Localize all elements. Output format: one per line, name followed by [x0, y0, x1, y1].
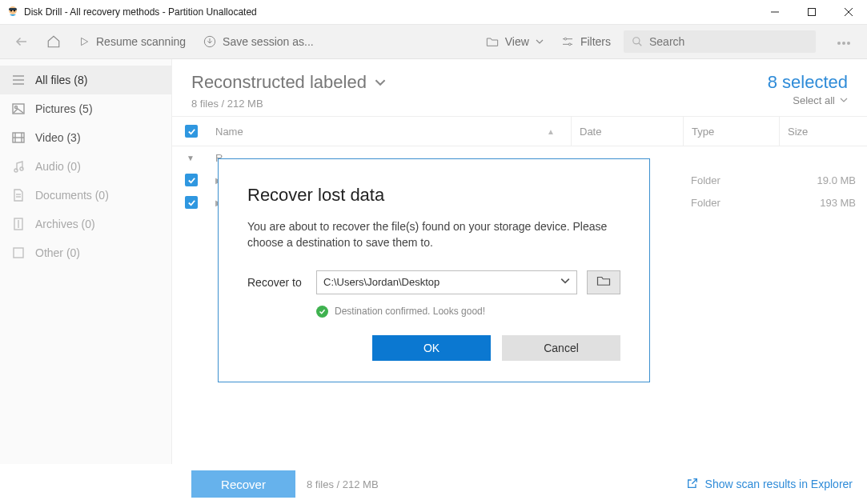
svg-point-13: [564, 38, 567, 40]
search-icon: [632, 36, 643, 47]
filters-button[interactable]: Filters: [556, 32, 616, 51]
select-all-dropdown[interactable]: Select all: [768, 94, 848, 106]
svg-rect-36: [14, 248, 23, 258]
folder-icon: [486, 36, 499, 47]
sliders-icon: [561, 36, 574, 47]
table-header: Name ▲ Date Type Size: [172, 116, 867, 146]
dialog-text: You are about to recover the file(s) fou…: [247, 218, 620, 251]
svg-marker-9: [82, 38, 88, 45]
sidebar-item-label: Pictures (5): [35, 102, 93, 115]
recover-dialog: Recover lost data You are about to recov…: [218, 158, 650, 382]
svg-point-18: [837, 42, 841, 45]
filters-label: Filters: [580, 35, 611, 48]
resume-scanning-button[interactable]: Resume scanning: [74, 32, 191, 51]
archive-icon: [11, 218, 26, 230]
chevron-down-icon: [840, 94, 848, 106]
document-icon: [11, 189, 26, 202]
svg-point-15: [568, 43, 571, 46]
selected-count: 8 selected: [768, 72, 848, 93]
recover-to-label: Recover to: [247, 276, 307, 289]
titlebar: Disk Drill - All recovery methods - Part…: [0, 0, 867, 24]
view-title: Reconstructed labeled: [191, 72, 367, 93]
open-external-icon: [686, 477, 699, 492]
row-checkbox[interactable]: [185, 174, 198, 186]
svg-line-17: [639, 43, 642, 46]
view-label: View: [505, 35, 529, 48]
sidebar-item-other[interactable]: Other (0): [0, 238, 171, 267]
toolbar: Resume scanning Save session as... View …: [0, 24, 867, 59]
window-title: Disk Drill - All recovery methods - Part…: [24, 6, 257, 18]
sidebar-item-all-files[interactable]: All files (8): [0, 66, 171, 94]
folder-icon: [596, 275, 611, 290]
triangle-down-icon: ▼: [187, 154, 195, 162]
footer-summary: 8 files / 212 MB: [307, 478, 379, 490]
dialog-title: Recover lost data: [247, 185, 620, 206]
app-logo-icon: [6, 6, 19, 18]
view-title-dropdown[interactable]: Reconstructed labeled: [191, 72, 386, 93]
image-icon: [11, 103, 26, 114]
svg-point-25: [15, 106, 18, 109]
sidebar: All files (8) Pictures (5) Video (3) Aud…: [0, 59, 172, 464]
sidebar-item-label: All files (8): [35, 74, 87, 86]
view-dropdown[interactable]: View: [481, 32, 548, 51]
minimize-button[interactable]: [757, 0, 793, 24]
home-button[interactable]: [42, 31, 66, 52]
show-in-explorer-link[interactable]: Show scan results in Explorer: [686, 477, 853, 492]
svg-line-37: [692, 478, 696, 483]
more-icon: [837, 34, 851, 49]
svg-point-30: [14, 169, 18, 172]
cancel-button[interactable]: Cancel: [502, 335, 620, 361]
select-all-checkbox[interactable]: [185, 125, 198, 138]
sidebar-item-audio[interactable]: Audio (0): [0, 152, 171, 181]
select-all-label: Select all: [793, 94, 835, 106]
destination-select[interactable]: C:\Users\Jordan\Desktop: [316, 270, 577, 294]
resume-label: Resume scanning: [96, 35, 186, 48]
sidebar-item-label: Archives (0): [35, 218, 95, 230]
download-icon: [203, 35, 216, 48]
ok-button[interactable]: OK: [372, 335, 491, 361]
search-box[interactable]: [624, 30, 816, 53]
chevron-down-icon: [560, 276, 570, 288]
svg-point-16: [633, 38, 640, 44]
more-button[interactable]: [830, 30, 857, 53]
footer: Recover 8 files / 212 MB Show scan resul…: [0, 464, 867, 504]
music-icon: [11, 160, 26, 173]
sort-asc-icon: ▲: [547, 127, 555, 136]
save-session-button[interactable]: Save session as...: [199, 32, 319, 51]
column-size[interactable]: Size: [779, 117, 867, 146]
browse-button[interactable]: [587, 270, 620, 294]
column-name[interactable]: Name ▲: [211, 126, 571, 138]
chevron-down-icon: [536, 38, 544, 46]
back-button[interactable]: [10, 31, 34, 52]
search-input[interactable]: [649, 35, 808, 48]
column-date[interactable]: Date: [571, 117, 683, 146]
film-icon: [11, 132, 26, 143]
list-icon: [11, 74, 26, 86]
sidebar-item-pictures[interactable]: Pictures (5): [0, 94, 171, 123]
arrow-left-icon: [14, 34, 29, 49]
sidebar-item-label: Video (3): [35, 131, 81, 144]
play-icon: [78, 36, 90, 47]
confirm-text: Destination confirmed. Looks good!: [335, 306, 485, 317]
close-button[interactable]: [830, 0, 867, 24]
recover-button[interactable]: Recover: [191, 470, 295, 498]
svg-point-2: [10, 10, 12, 12]
sidebar-item-archives[interactable]: Archives (0): [0, 210, 171, 238]
check-circle-icon: [316, 306, 328, 318]
view-subtitle: 8 files / 212 MB: [191, 98, 386, 110]
square-icon: [11, 247, 26, 258]
column-type[interactable]: Type: [683, 117, 779, 146]
sidebar-item-label: Documents (0): [35, 189, 109, 202]
destination-value: C:\Users\Jordan\Desktop: [323, 276, 440, 288]
row-checkbox[interactable]: [185, 196, 198, 209]
svg-point-31: [20, 167, 23, 170]
chevron-down-icon: [375, 72, 386, 93]
save-label: Save session as...: [223, 35, 314, 48]
sidebar-item-video[interactable]: Video (3): [0, 123, 171, 152]
svg-rect-5: [809, 9, 816, 16]
maximize-button[interactable]: [793, 0, 830, 24]
sidebar-item-label: Audio (0): [35, 160, 81, 173]
sidebar-item-documents[interactable]: Documents (0): [0, 181, 171, 210]
svg-point-3: [14, 10, 15, 12]
svg-point-20: [847, 42, 850, 45]
